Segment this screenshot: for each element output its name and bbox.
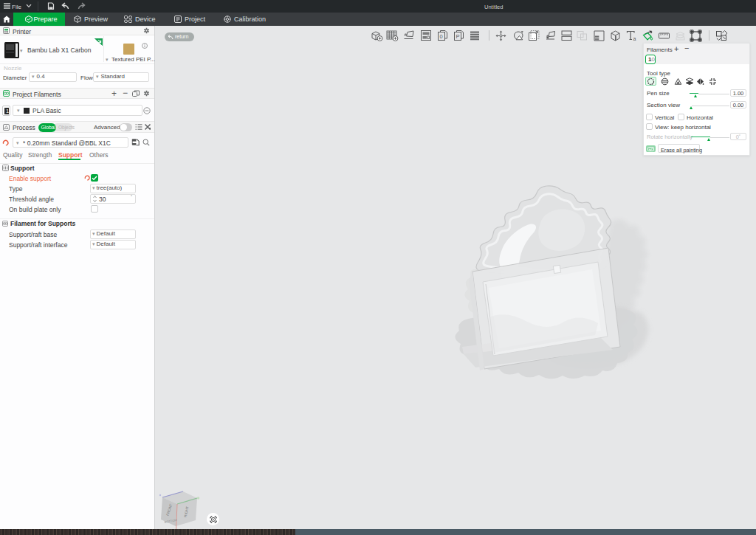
svg-text:P: P bbox=[456, 33, 460, 40]
svg-text:0: 0 bbox=[440, 33, 443, 40]
svg-text:a: a bbox=[633, 36, 636, 41]
